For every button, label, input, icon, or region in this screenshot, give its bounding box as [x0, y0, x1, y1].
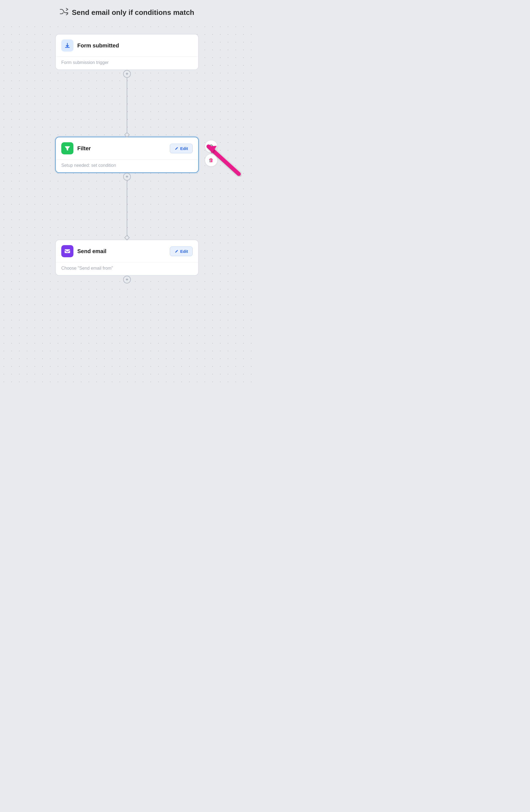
filter-subtitle: Setup needed: set condition — [56, 159, 198, 172]
connector-1: + — [123, 70, 131, 137]
send-email-title: Send email — [77, 248, 166, 255]
send-email-icon-wrap — [61, 245, 73, 257]
workflow-canvas: Form submitted Form submission trigger +… — [0, 23, 254, 386]
send-email-node-header: Send email Edit — [56, 240, 198, 262]
node-header: Form submitted — [56, 34, 198, 57]
form-submitted-title: Form submitted — [77, 42, 193, 49]
filter-node-header: Filter Edit — [56, 137, 198, 159]
filter-node[interactable]: Filter Edit Setup needed: set condition — [55, 137, 199, 173]
send-email-edit-button[interactable]: Edit — [170, 246, 193, 256]
svg-rect-0 — [65, 249, 70, 253]
connector-2: + — [123, 173, 131, 240]
edit-icon-2 — [175, 249, 179, 253]
add-step-button-3[interactable]: + — [123, 276, 131, 284]
form-icon — [64, 42, 71, 49]
header-icon — [60, 8, 68, 17]
add-step-button-1[interactable]: + — [123, 70, 131, 78]
filter-delete-button[interactable]: 🗑 — [205, 154, 218, 166]
email-icon — [64, 248, 71, 255]
send-email-node[interactable]: Send email Edit Choose "Send email from" — [55, 240, 199, 276]
filter-title: Filter — [77, 145, 166, 151]
filter-side-buttons: ⚙ 🗑 — [205, 140, 218, 166]
filter-icon — [64, 145, 71, 151]
vertical-line-1 — [127, 78, 127, 133]
form-submitted-icon-wrap — [61, 40, 73, 52]
edit-icon — [175, 146, 179, 150]
send-email-subtitle: Choose "Send email from" — [56, 262, 198, 275]
cursor-arrow — [197, 138, 241, 177]
vertical-line-2 — [127, 180, 127, 236]
filter-edit-label: Edit — [180, 146, 188, 151]
settings-icon: ⚙ — [209, 143, 213, 149]
connector-3: + — [123, 276, 131, 284]
page-header: Send email only if conditions match — [0, 0, 254, 23]
form-submitted-subtitle: Form submission trigger — [56, 57, 198, 70]
add-step-button-2[interactable]: + — [123, 173, 131, 180]
filter-settings-button[interactable]: ⚙ — [205, 140, 218, 153]
filter-icon-wrap — [61, 142, 73, 155]
send-email-edit-label: Edit — [180, 249, 188, 253]
filter-edit-button[interactable]: Edit — [170, 144, 193, 153]
flow-container: Form submitted Form submission trigger +… — [50, 34, 204, 284]
delete-icon: 🗑 — [209, 157, 214, 163]
form-submitted-node[interactable]: Form submitted Form submission trigger — [55, 34, 199, 70]
filter-node-wrapper: Filter Edit Setup needed: set condition … — [55, 137, 199, 173]
page-title: Send email only if conditions match — [72, 8, 194, 17]
